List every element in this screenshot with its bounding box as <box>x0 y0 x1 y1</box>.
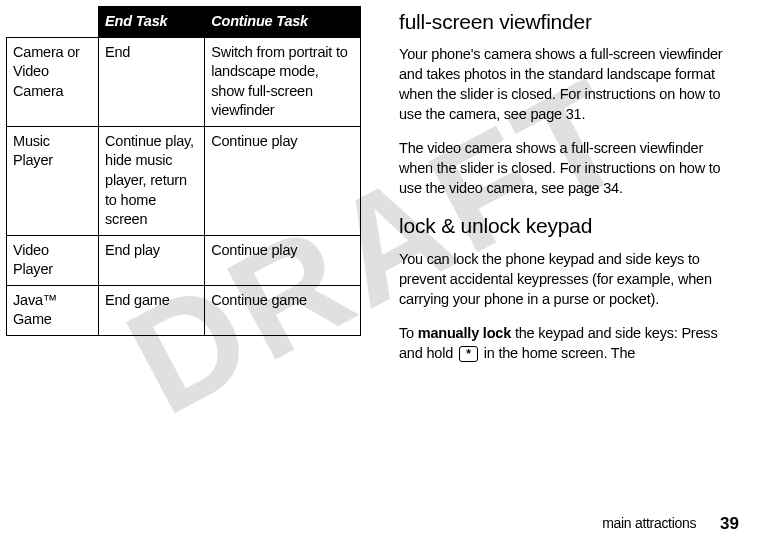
cell: Switch from portrait to landscape mode, … <box>205 37 361 126</box>
footer-section-name: main attractions <box>602 515 696 531</box>
cell: Camera or Video Camera <box>7 37 99 126</box>
header-end-task: End Task <box>99 7 205 38</box>
cell: Java™ Game <box>7 285 99 335</box>
right-column: full-screen viewfinder Your phone's came… <box>399 6 739 546</box>
cell: End <box>99 37 205 126</box>
cell: End game <box>99 285 205 335</box>
header-empty <box>7 7 99 38</box>
page-footer: main attractions 39 <box>602 513 739 536</box>
table-row: Video Player End play Continue play <box>7 235 361 285</box>
cell: End play <box>99 235 205 285</box>
cell: Music Player <box>7 126 99 235</box>
table-row: Camera or Video Camera End Switch from p… <box>7 37 361 126</box>
heading-viewfinder: full-screen viewfinder <box>399 8 739 36</box>
text: To <box>399 325 418 341</box>
heading-lock-keypad: lock & unlock keypad <box>399 212 739 240</box>
key-icon: * <box>459 346 478 362</box>
paragraph: The video camera shows a full-screen vie… <box>399 138 739 198</box>
cell: Continue play <box>205 235 361 285</box>
table-row: Music Player Continue play, hide music p… <box>7 126 361 235</box>
footer-page-number: 39 <box>720 514 739 533</box>
paragraph: To manually lock the keypad and side key… <box>399 323 739 363</box>
left-column: End Task Continue Task Camera or Video C… <box>6 6 361 546</box>
task-table: End Task Continue Task Camera or Video C… <box>6 6 361 336</box>
header-continue-task: Continue Task <box>205 7 361 38</box>
paragraph: You can lock the phone keypad and side k… <box>399 249 739 309</box>
cell: Video Player <box>7 235 99 285</box>
table-header-row: End Task Continue Task <box>7 7 361 38</box>
text-bold: manually lock <box>418 325 511 341</box>
cell: Continue play <box>205 126 361 235</box>
paragraph: Your phone's camera shows a full-screen … <box>399 44 739 124</box>
table-row: Java™ Game End game Continue game <box>7 285 361 335</box>
page-content: End Task Continue Task Camera or Video C… <box>0 0 757 546</box>
text: in the home screen. The <box>480 345 635 361</box>
cell: Continue play, hide music player, return… <box>99 126 205 235</box>
cell: Continue game <box>205 285 361 335</box>
